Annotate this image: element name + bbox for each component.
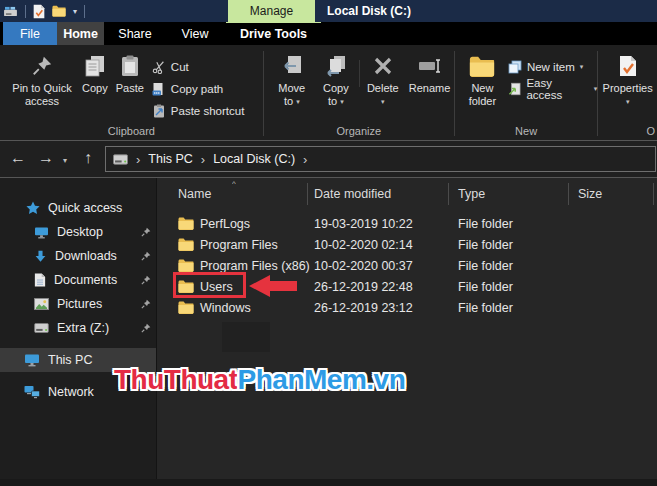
recent-locations-chevron-icon[interactable]: ▾ — [63, 156, 67, 165]
file-date: 26-12-2019 22:48 — [314, 280, 458, 294]
pushpin-icon — [31, 51, 53, 81]
navigation-bar: ← → ▾ ↑ › This PC › Local Disk (C:) › — [0, 140, 657, 178]
easy-access-button[interactable]: Easy access ▾ — [508, 81, 597, 97]
copy-button[interactable]: Copy — [80, 50, 110, 96]
copy-path-label: Copy path — [171, 83, 223, 95]
sidebar-item-downloads[interactable]: Downloads — [0, 244, 156, 268]
delete-button[interactable]: Delete ▾ — [363, 50, 403, 109]
column-divider[interactable] — [448, 183, 449, 205]
copy-to-icon — [325, 51, 347, 81]
forward-button[interactable]: → — [38, 149, 54, 167]
tab-home[interactable]: Home — [57, 22, 104, 45]
dropdown-caret-icon: ▾ — [381, 98, 385, 105]
network-icon — [24, 385, 40, 399]
folder-icon — [178, 280, 194, 293]
move-to-button[interactable]: Move to ▾ — [272, 50, 312, 109]
tab-view[interactable]: View — [166, 22, 224, 45]
column-header-name[interactable]: Name — [178, 187, 211, 201]
back-button[interactable]: ← — [10, 149, 26, 167]
copy-path-button[interactable]: Copy path — [152, 81, 245, 97]
sidebar-item-desktop[interactable]: Desktop — [0, 220, 156, 244]
new-item-button[interactable]: New item ▾ — [508, 59, 597, 75]
paste-shortcut-icon — [152, 104, 166, 118]
properties-label: Properties — [603, 82, 653, 94]
downloads-arrow-icon — [34, 250, 47, 263]
copy-to-button[interactable]: Copy to ▾ — [316, 50, 356, 109]
move-to-label: Move to — [278, 82, 305, 107]
dropdown-caret-icon: ▾ — [626, 98, 630, 105]
sidebar-item-label: Pictures — [57, 297, 102, 311]
sidebar-item-extra-z[interactable]: Extra (Z:) — [0, 316, 156, 340]
delete-label: Delete — [367, 82, 399, 94]
properties-qat-icon[interactable] — [33, 4, 45, 19]
cut-label: Cut — [171, 61, 189, 73]
dropdown-caret-icon: ▾ — [580, 63, 584, 71]
sidebar-item-documents[interactable]: Documents — [0, 268, 156, 292]
copy-label: Copy — [82, 82, 108, 95]
tab-share[interactable]: Share — [104, 22, 166, 45]
sidebar-item-quick-access[interactable]: Quick access — [0, 196, 156, 220]
column-header-type[interactable]: Type — [458, 187, 485, 201]
breadcrumb-local-disk-c[interactable]: Local Disk (C:) — [213, 152, 295, 166]
clipboard-group: Pin to Quick access Copy Paste Cut — [0, 45, 263, 140]
file-row-program-files-x86[interactable]: Program Files (x86) 10-02-2020 00:37 Fil… — [157, 255, 657, 276]
navigation-pane: Quick access Desktop Downloads Documents… — [0, 178, 157, 479]
file-type: File folder — [458, 259, 578, 273]
column-divider[interactable] — [307, 183, 308, 205]
ribbon-tab-row: File Home Share View Drive Tools — [0, 22, 657, 45]
ribbon: Pin to Quick access Copy Paste Cut — [0, 45, 657, 140]
quick-access-star-icon — [26, 201, 40, 215]
sidebar-item-this-pc[interactable]: This PC — [0, 348, 156, 372]
sidebar-item-label: Desktop — [57, 225, 103, 239]
folder-icon — [178, 238, 194, 251]
pictures-icon — [34, 298, 49, 310]
paste-label: Paste — [116, 82, 144, 95]
qat-divider — [84, 5, 85, 18]
documents-icon — [34, 273, 46, 287]
pin-to-quick-access-button[interactable]: Pin to Quick access — [8, 50, 76, 109]
sidebar-item-label: This PC — [48, 353, 92, 367]
folder-icon — [178, 217, 194, 230]
file-row-windows[interactable]: Windows 26-12-2019 23:12 File folder — [157, 297, 657, 318]
sidebar-item-network[interactable]: Network — [0, 380, 156, 404]
move-to-icon — [281, 51, 303, 81]
column-divider[interactable] — [653, 183, 654, 205]
pin-icon — [141, 251, 151, 261]
dropdown-caret-icon: ▾ — [340, 98, 344, 105]
cut-button[interactable]: Cut — [152, 59, 245, 75]
sidebar-item-label: Network — [48, 385, 94, 399]
breadcrumb-this-pc[interactable]: This PC — [148, 152, 192, 166]
file-row-users[interactable]: Users 26-12-2019 22:48 File folder — [157, 276, 657, 297]
qat-customize-chevron-icon[interactable]: ▾ — [73, 7, 77, 16]
new-folder-qat-icon[interactable] — [52, 5, 66, 17]
column-header-size[interactable]: Size — [578, 187, 602, 201]
tab-file[interactable]: File — [3, 22, 57, 45]
rename-button[interactable]: Rename — [407, 50, 453, 96]
pin-icon — [141, 299, 151, 309]
desktop-monitor-icon — [34, 226, 49, 239]
column-divider[interactable] — [568, 183, 569, 205]
sidebar-item-pictures[interactable]: Pictures — [0, 292, 156, 316]
rename-label: Rename — [409, 82, 451, 95]
address-bar[interactable]: › This PC › Local Disk (C:) › — [105, 146, 656, 172]
paste-button[interactable]: Paste — [114, 50, 146, 96]
tab-drive-tools[interactable]: Drive Tools — [226, 22, 321, 45]
qat-divider — [25, 5, 26, 18]
file-row-perflogs[interactable]: PerfLogs 19-03-2019 10:22 File folder — [157, 213, 657, 234]
file-row-program-files[interactable]: Program Files 10-02-2020 02:14 File fold… — [157, 234, 657, 255]
column-header-row: ^ Name Date modified Type Size — [157, 183, 657, 205]
manage-contextual-tab[interactable]: Manage — [228, 0, 315, 22]
properties-button[interactable]: Properties ▾ — [598, 50, 657, 109]
file-date: 26-12-2019 23:12 — [314, 301, 458, 315]
new-item-icon — [508, 60, 522, 74]
paste-shortcut-button[interactable]: Paste shortcut — [152, 103, 245, 119]
file-list-pane: ^ Name Date modified Type Size PerfLogs … — [157, 178, 657, 479]
dropdown-caret-icon: ▾ — [296, 98, 300, 105]
status-bar — [0, 479, 657, 486]
column-header-date-modified[interactable]: Date modified — [314, 187, 391, 201]
clipboard-group-label: Clipboard — [0, 125, 263, 137]
new-folder-button[interactable]: New folder — [463, 50, 502, 109]
up-button[interactable]: ↑ — [84, 149, 92, 167]
quick-access-toolbar: ▾ — [3, 0, 85, 22]
rename-icon — [418, 51, 442, 81]
